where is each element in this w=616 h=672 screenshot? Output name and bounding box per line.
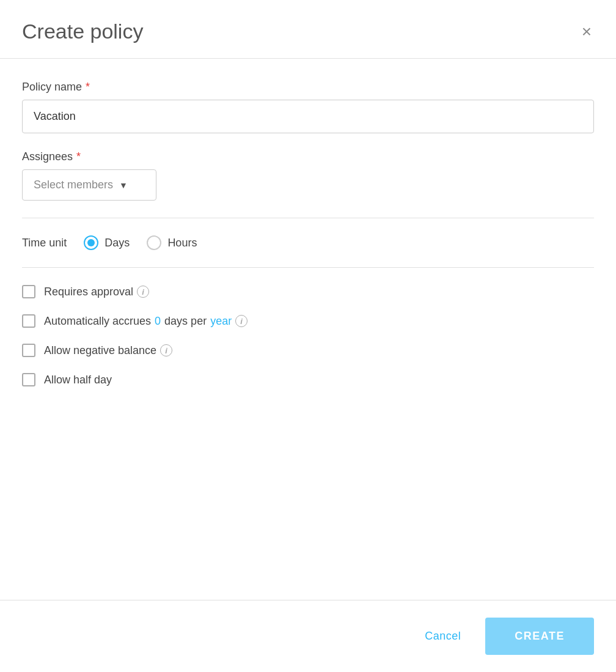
- time-unit-row: Time unit Days Hours: [22, 235, 594, 250]
- radio-days-circle[interactable]: [84, 235, 98, 250]
- radio-days-label: Days: [105, 237, 130, 249]
- accrues-period: year: [210, 315, 232, 328]
- negative-balance-checkbox[interactable]: [22, 344, 35, 357]
- close-button[interactable]: ×: [579, 21, 594, 43]
- half-day-row: Allow half day: [22, 373, 594, 386]
- requires-approval-label: Requires approval i: [44, 286, 149, 298]
- assignees-placeholder: Select members: [34, 179, 113, 191]
- auto-accrues-label: Automatically accrues 0 days per year i: [44, 315, 248, 328]
- policy-name-input[interactable]: [22, 100, 594, 133]
- required-star: *: [86, 81, 90, 94]
- dialog-title: Create policy: [22, 20, 143, 43]
- dropdown-arrow-icon: ▼: [119, 180, 128, 190]
- dialog-body: Policy name * Assignees * Select members…: [0, 59, 616, 588]
- requires-approval-row: Requires approval i: [22, 285, 594, 298]
- radio-hours-circle[interactable]: [147, 235, 161, 250]
- negative-balance-row: Allow negative balance i: [22, 344, 594, 357]
- cancel-button[interactable]: Cancel: [413, 620, 473, 652]
- create-button[interactable]: CREATE: [485, 618, 594, 655]
- requires-approval-checkbox[interactable]: [22, 285, 35, 298]
- radio-hours[interactable]: Hours: [147, 235, 197, 250]
- auto-accrues-checkbox[interactable]: [22, 314, 35, 328]
- required-star-assignees: *: [76, 150, 81, 163]
- half-day-checkbox[interactable]: [22, 373, 35, 386]
- policy-name-group: Policy name *: [22, 81, 594, 133]
- assignees-group: Assignees * Select members ▼: [22, 150, 594, 201]
- half-day-label: Allow half day: [44, 374, 112, 386]
- divider-1: [22, 218, 594, 218]
- time-unit-group: Time unit Days Hours: [22, 235, 594, 250]
- assignees-label: Assignees *: [22, 150, 594, 163]
- negative-balance-info-icon[interactable]: i: [160, 344, 172, 356]
- assignees-dropdown[interactable]: Select members ▼: [22, 169, 156, 201]
- dialog-header: Create policy ×: [0, 0, 616, 59]
- radio-days-inner: [87, 239, 95, 246]
- accrues-value: 0: [155, 315, 161, 328]
- radio-days[interactable]: Days: [84, 235, 130, 250]
- policy-name-label: Policy name *: [22, 81, 594, 94]
- requires-approval-info-icon[interactable]: i: [137, 286, 149, 298]
- auto-accrues-info-icon[interactable]: i: [235, 315, 248, 327]
- radio-hours-label: Hours: [167, 237, 197, 249]
- negative-balance-label: Allow negative balance i: [44, 344, 172, 357]
- create-policy-dialog: Create policy × Policy name * Assignees …: [0, 0, 616, 672]
- time-unit-label: Time unit: [22, 237, 67, 249]
- auto-accrues-row: Automatically accrues 0 days per year i: [22, 314, 594, 328]
- divider-2: [22, 267, 594, 268]
- dialog-footer: Cancel CREATE: [0, 600, 616, 672]
